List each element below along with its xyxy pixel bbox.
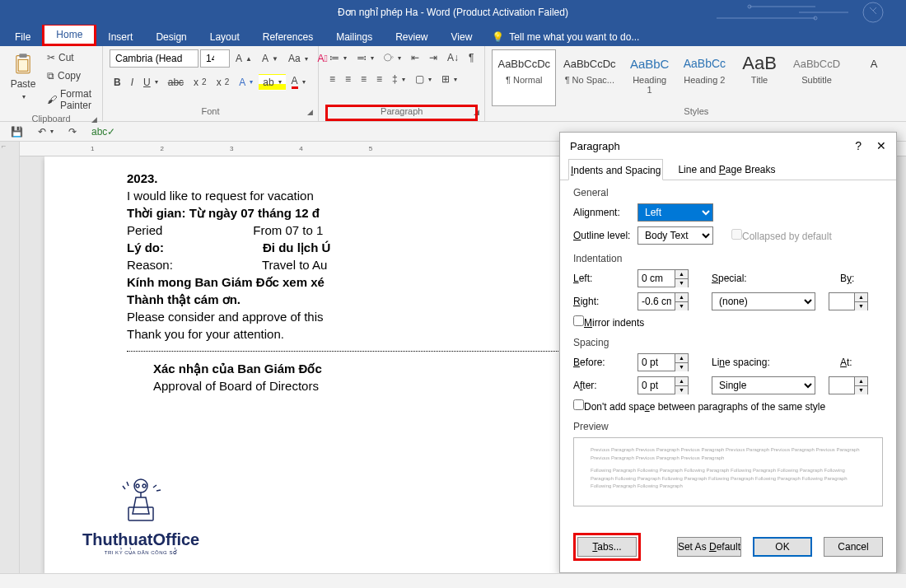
tab-insert[interactable]: Insert [96, 28, 144, 46]
doc-line: Approval of Board of Directors [127, 377, 605, 394]
shading-button[interactable]: ▢▾ [411, 71, 436, 87]
save-icon[interactable]: 💾 [7, 124, 27, 140]
lightbulb-icon: 💡 [492, 31, 504, 43]
style-subtitle[interactable]: AaBbCcDSubtitle [787, 49, 846, 106]
style-heading2[interactable]: AaBbCcHeading 2 [678, 49, 731, 106]
section-spacing: Spacing Before: ▲▼ Line spacing: At: Aft… [573, 337, 883, 413]
set-as-default-button[interactable]: Set As Default [677, 537, 741, 557]
outline-select[interactable]: Body Text [637, 226, 713, 245]
doc-line: Thank you for your attention. [127, 325, 605, 343]
paragraph-dialog: Paragraph ? ✕ Indents and Spacing Line a… [559, 132, 897, 573]
mirror-indents-checkbox[interactable]: Mirror indents [573, 315, 644, 329]
subscript-button[interactable]: x2 [189, 74, 211, 91]
tab-view[interactable]: View [440, 28, 484, 46]
indent-right-spinner[interactable]: ▲▼ [637, 292, 689, 310]
clipboard-label: Clipboard◢ [7, 114, 96, 124]
tell-me[interactable]: 💡 Tell me what you want to do... [483, 28, 647, 46]
svg-rect-4 [19, 54, 26, 58]
style-more[interactable]: A [848, 49, 900, 106]
show-marks-button[interactable]: ¶ [465, 49, 478, 66]
decrease-indent-button[interactable]: ⇤ [407, 49, 423, 66]
justify-button[interactable]: ≡ [372, 71, 386, 87]
paragraph-label: Paragraph ◢ [325, 106, 478, 119]
tabs-button[interactable]: Tabs... [577, 537, 637, 557]
copy-button[interactable]: ⧉Copy [43, 68, 96, 84]
tab-file[interactable]: File [3, 28, 42, 46]
sort-button[interactable]: A↓ [443, 49, 463, 66]
clipboard-launcher[interactable]: ◢ [91, 115, 97, 124]
style-no-spacing[interactable]: AaBbCcDc¶ No Spac... [558, 49, 622, 106]
bullets-button[interactable]: ≔▾ [325, 49, 351, 66]
dotted-divider [127, 351, 605, 352]
titlebar-decoration [717, 0, 898, 25]
multilevel-list-button[interactable]: ⧂▾ [380, 49, 405, 66]
strikethrough-button[interactable]: abc [164, 74, 188, 91]
paragraph-launcher[interactable]: ◢ [474, 108, 479, 116]
outline-label: Outline level: [573, 230, 633, 241]
indent-right-label: Right: [573, 296, 633, 307]
change-case-button[interactable]: Aa▾ [284, 50, 312, 67]
style-heading1[interactable]: AaBbCHeading 1 [623, 49, 676, 106]
dialog-tabs: Indents and Spacing Line and Page Breaks [560, 159, 896, 180]
before-label: Before: [573, 357, 633, 368]
font-launcher[interactable]: ◢ [307, 108, 313, 116]
at-label: At: [840, 357, 852, 368]
align-right-button[interactable]: ≡ [357, 71, 371, 87]
underline-button[interactable]: U▾ [139, 74, 162, 91]
doc-line: Xác nhận của Ban Giám Đốc [127, 360, 605, 377]
tab-references[interactable]: References [251, 28, 325, 46]
align-center-button[interactable]: ≡ [341, 71, 355, 87]
close-button[interactable]: ✕ [876, 139, 886, 152]
ok-button[interactable]: OK [753, 537, 812, 557]
format-painter-button[interactable]: 🖌Format Painter [43, 86, 96, 114]
tab-home[interactable]: Home [42, 23, 96, 46]
section-general: General Alignment: Left Outline level: B… [573, 187, 883, 245]
before-spinner[interactable]: ▲▼ [637, 353, 689, 371]
grow-font-button[interactable]: A▲ [231, 50, 256, 67]
by-spinner[interactable]: ▲▼ [829, 292, 868, 310]
style-title[interactable]: AaBTitle [733, 49, 786, 106]
after-spinner[interactable]: ▲▼ [637, 376, 689, 394]
at-spinner[interactable]: ▲▼ [829, 376, 868, 394]
text-effects-button[interactable]: A▾ [235, 74, 257, 91]
collapsed-checkbox: Collapsed by default [731, 229, 832, 242]
redo-button[interactable]: ↷ [64, 124, 81, 140]
font-name-input[interactable] [110, 49, 198, 68]
tab-design[interactable]: Design [144, 28, 198, 46]
spellcheck-icon[interactable]: abc✓ [87, 124, 119, 140]
tab-indents-spacing[interactable]: Indents and Spacing [568, 159, 663, 180]
borders-button[interactable]: ⊞▾ [437, 71, 461, 87]
after-label: After: [573, 380, 633, 391]
superscript-button[interactable]: x2 [212, 74, 234, 91]
tab-mailings[interactable]: Mailings [325, 28, 384, 46]
italic-button[interactable]: I [127, 74, 138, 91]
tab-layout[interactable]: Layout [198, 28, 251, 46]
numbering-button[interactable]: ≕▾ [353, 49, 378, 66]
cut-button[interactable]: ✂Cut [43, 49, 96, 66]
clipboard-icon [12, 52, 35, 75]
bold-button[interactable]: B [110, 74, 125, 91]
tab-review[interactable]: Review [384, 28, 439, 46]
font-size-input[interactable] [200, 49, 230, 68]
line-spacing-button[interactable]: ‡▾ [388, 71, 409, 87]
paste-button[interactable]: Paste ▾ [7, 49, 40, 114]
scissors-icon: ✂ [47, 52, 55, 63]
style-normal[interactable]: AaBbCcDc¶ Normal [492, 49, 556, 106]
special-select[interactable]: (none) [712, 292, 815, 310]
undo-button[interactable]: ↶▾ [34, 124, 58, 140]
line-spacing-select[interactable]: Single [712, 376, 815, 394]
align-left-button[interactable]: ≡ [325, 71, 339, 87]
cancel-button[interactable]: Cancel [824, 537, 883, 557]
tab-line-page-breaks[interactable]: Line and Page Breaks [676, 159, 777, 180]
status-bar [0, 573, 906, 588]
font-color-button[interactable]: A▾ [287, 72, 310, 91]
alignment-select[interactable]: Left [637, 203, 713, 222]
shrink-font-button[interactable]: A▼ [258, 50, 283, 67]
help-button[interactable]: ? [855, 139, 862, 152]
section-indentation: Indentation Left: ▲▼ Special: By: Right:… [573, 253, 883, 329]
increase-indent-button[interactable]: ⇥ [425, 49, 441, 66]
dont-add-space-checkbox[interactable]: Don't add space between paragraphs of th… [573, 399, 825, 413]
highlight-button[interactable]: ab▾ [259, 74, 285, 91]
chevron-down-icon: ▾ [22, 93, 26, 100]
indent-left-spinner[interactable]: ▲▼ [637, 269, 689, 287]
